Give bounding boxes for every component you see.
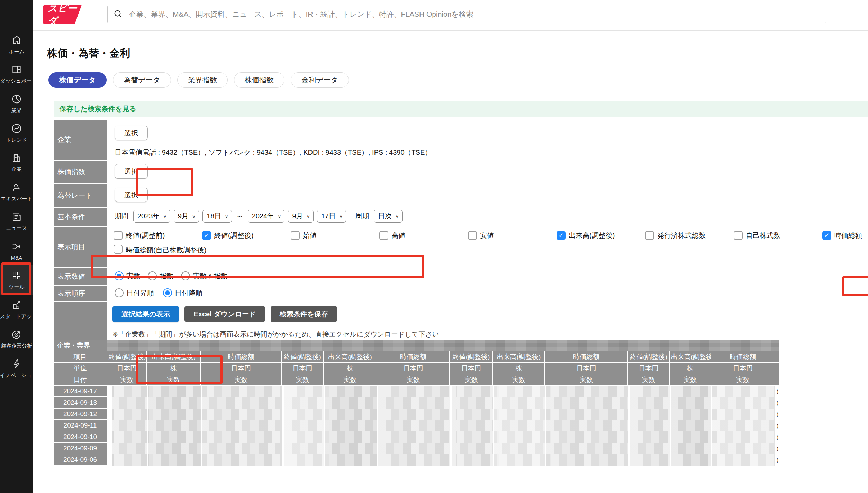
sidebar-item-expert[interactable]: エキスパート: [0, 177, 33, 206]
table-row-units: 単位 日本円 株 日本円 日本円 株 日本円 日本円 株 日本円 日本円 株 日…: [54, 363, 779, 374]
sidebar-item-customer-analysis[interactable]: 顧客企業分析: [0, 324, 33, 353]
blurred-cell: [628, 443, 670, 454]
search-input[interactable]: [128, 10, 821, 19]
from-year-select[interactable]: 2023年∨: [133, 210, 170, 223]
search-icon: [113, 9, 124, 19]
radio-date-descending[interactable]: 日付降順: [163, 288, 202, 298]
blurred-cell: [107, 454, 147, 466]
tab-stock-data[interactable]: 株価データ: [48, 72, 107, 88]
sidebar-item-innovation[interactable]: イノベーション: [0, 353, 33, 383]
corner-cell: 日付: [54, 374, 107, 386]
checkbox-icon: [734, 231, 743, 240]
date-cell: 2024-09-06: [54, 454, 107, 466]
edge-cell: ): [775, 431, 779, 443]
stock-index-select-button[interactable]: 選択: [115, 164, 148, 179]
blurred-cell: [545, 431, 628, 443]
company-select-button[interactable]: 選択: [115, 126, 148, 140]
header-cell: 出来高(調整後): [147, 351, 201, 363]
display-items-checkbox-group: 終値(調整前) ✓終値(調整後) 始値 高値 安値 ✓出来高(調整後) 発行済株…: [114, 230, 868, 256]
radio-icon: [181, 271, 190, 280]
radio-index[interactable]: 指数: [148, 271, 173, 281]
display-values-radio-group: 実数 指数 実数＆指数: [115, 271, 227, 281]
type-cell: 実数: [711, 374, 775, 386]
row-label: 表示順序: [54, 285, 107, 301]
blurred-cell: [147, 431, 201, 443]
fx-rate-select-button[interactable]: 選択: [115, 188, 148, 202]
blurred-company-names: [107, 340, 779, 351]
news-icon: [11, 211, 22, 223]
blurred-cell: [282, 397, 324, 409]
checkbox-open-price[interactable]: 始値: [291, 230, 379, 241]
blurred-cell: [493, 420, 545, 431]
saved-conditions-link[interactable]: 保存した検索条件を見る: [60, 104, 136, 114]
date-cell: 2024-09-10: [54, 431, 107, 443]
tab-stock-index[interactable]: 株価指数: [234, 72, 284, 88]
display-order-radio-group: 日付昇順 日付降順: [115, 288, 202, 298]
edge-cell: [775, 351, 779, 363]
lightning-icon: [11, 358, 22, 370]
checkbox-volume-adjusted[interactable]: ✓出来高(調整後): [557, 230, 645, 241]
radio-icon: [148, 271, 157, 280]
save-conditions-button[interactable]: 検索条件を保存: [271, 306, 337, 322]
header-cell: 時価総額: [711, 351, 775, 363]
checkbox-market-cap[interactable]: ✓時価総額: [822, 230, 862, 241]
form-row-actions: 選択結果の表示 Excel ダウンロード 検索条件を保存 ※「企業数」「期間」が…: [54, 301, 868, 340]
speeda-logo[interactable]: スピーダ: [43, 5, 82, 24]
checkbox-market-cap-treasury-adjusted[interactable]: 時価総額(自己株数調整後): [114, 244, 208, 256]
checkbox-close-before-adjust[interactable]: 終値(調整前): [114, 230, 202, 241]
table-row-date: 2024-09-11 ): [54, 420, 779, 431]
checkbox-treasury-shares[interactable]: 自己株式数: [734, 230, 822, 241]
period-label: 期間: [115, 212, 128, 221]
checkbox-checked-icon: ✓: [557, 231, 566, 240]
blurred-cell: [201, 443, 282, 454]
sidebar-item-label: イノベーション: [0, 372, 33, 379]
unit-cell: 日本円: [450, 363, 493, 374]
sidebar-item-company[interactable]: 企業: [0, 147, 33, 177]
sidebar-item-home[interactable]: ホーム: [0, 30, 33, 59]
sidebar-item-dashboard[interactable]: ダッシュボード: [0, 59, 33, 89]
blurred-cell: [711, 409, 775, 420]
cycle-select[interactable]: 日次∨: [374, 210, 402, 223]
sidebar-item-tools[interactable]: ツール: [0, 265, 33, 295]
blurred-cell: [201, 454, 282, 466]
saved-conditions-banner: 保存した検索条件を見る: [54, 101, 868, 117]
sidebar-item-ma[interactable]: M&A: [0, 236, 33, 265]
checkbox-icon: [468, 231, 477, 240]
checkbox-close-after-adjust[interactable]: ✓終値(調整後): [202, 230, 291, 241]
edge-cell: [775, 363, 779, 374]
page-title: 株価・為替・金利: [47, 46, 868, 61]
chevron-down-icon: ∨: [225, 214, 228, 218]
radio-actual[interactable]: 実数: [115, 271, 140, 281]
to-month-select[interactable]: 9月∨: [288, 210, 313, 223]
tab-fx-data[interactable]: 為替データ: [113, 72, 171, 88]
checkbox-low-price[interactable]: 安値: [468, 230, 557, 241]
sidebar-item-industry[interactable]: 業界: [0, 89, 33, 118]
from-month-select[interactable]: 9月∨: [174, 210, 199, 223]
unit-cell: 株: [324, 363, 377, 374]
to-day-select[interactable]: 17日∨: [317, 210, 346, 223]
blurred-cell: [670, 443, 711, 454]
sidebar-item-startup[interactable]: スタートアップ: [0, 295, 33, 324]
radio-date-ascending[interactable]: 日付昇順: [115, 288, 154, 298]
tab-industry-index[interactable]: 業界指数: [177, 72, 228, 88]
tab-rate-data[interactable]: 金利データ: [291, 72, 349, 88]
excel-download-button[interactable]: Excel ダウンロード: [184, 306, 265, 322]
checkbox-shares-outstanding[interactable]: 発行済株式総数: [645, 230, 734, 241]
sidebar-item-news[interactable]: ニュース: [0, 206, 33, 236]
blurred-cell: [545, 409, 628, 420]
checkbox-high-price[interactable]: 高値: [379, 230, 468, 241]
from-day-select[interactable]: 18日∨: [202, 210, 232, 223]
type-cell: 実数: [450, 374, 493, 386]
sidebar-item-label: ニュース: [6, 225, 27, 232]
to-year-select[interactable]: 2024年∨: [248, 210, 285, 223]
header-cell: 出来高(調整後): [670, 351, 711, 363]
radio-actual-and-index[interactable]: 実数＆指数: [181, 271, 227, 281]
ma-merge-icon: [11, 241, 22, 252]
checkbox-checked-icon: ✓: [822, 231, 831, 240]
corner-cell: 単位: [54, 363, 107, 374]
blurred-cell: [282, 454, 324, 466]
show-results-button[interactable]: 選択結果の表示: [112, 306, 179, 322]
home-icon: [11, 34, 22, 46]
sidebar-item-trend[interactable]: トレンド: [0, 118, 33, 147]
blurred-cell: [282, 386, 324, 397]
